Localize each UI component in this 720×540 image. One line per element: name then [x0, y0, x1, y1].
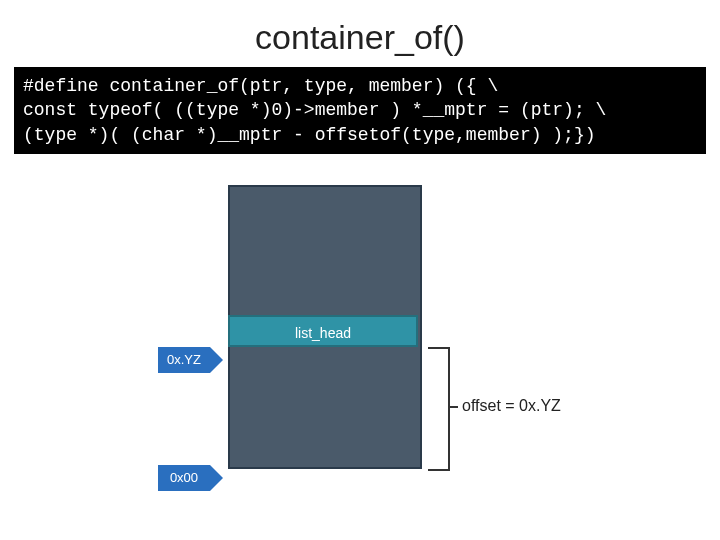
offset-bracket-tick: [448, 406, 458, 408]
code-line-2: const typeof( ((type *)0)->member ) *__m…: [23, 100, 606, 120]
slide-title: container_of(): [0, 0, 720, 67]
diagram-area: list_head 0x.YZ 0x00 offset = 0x.YZ: [0, 185, 720, 525]
list-head-member: list_head: [228, 315, 418, 347]
offset-bracket: [428, 347, 450, 471]
pointer-member-arrow: 0x.YZ: [158, 347, 210, 373]
pointer-base-arrow: 0x00: [158, 465, 210, 491]
code-line-3: (type *)( (char *)__mptr - offsetof(type…: [23, 125, 596, 145]
code-block: #define container_of(ptr, type, member) …: [14, 67, 706, 154]
code-line-1: #define container_of(ptr, type, member) …: [23, 76, 498, 96]
offset-label: offset = 0x.YZ: [462, 397, 561, 415]
